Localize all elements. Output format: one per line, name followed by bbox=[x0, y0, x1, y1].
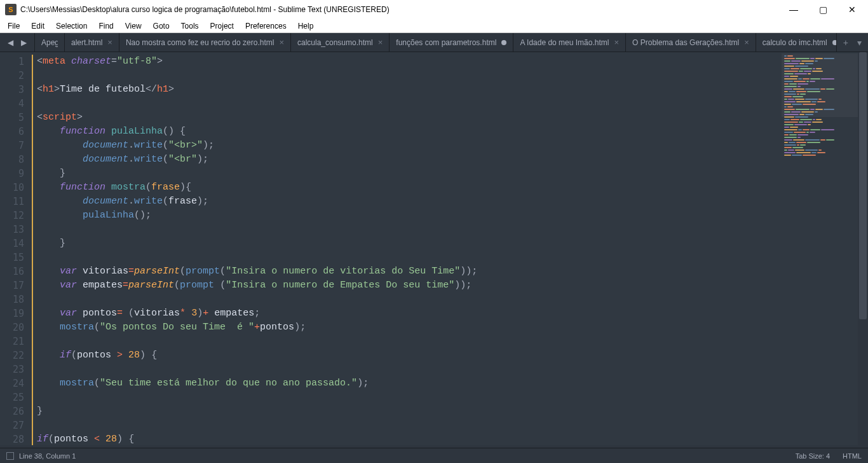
code-line[interactable]: mostra("Seu time está melhor do que no a… bbox=[32, 377, 782, 390]
code-line[interactable] bbox=[32, 363, 782, 377]
file-tab[interactable]: calcula_consumo.html× bbox=[291, 33, 390, 52]
code-line[interactable] bbox=[32, 251, 782, 265]
cursor-position[interactable]: Line 38, Column 1 bbox=[19, 452, 76, 460]
code-line[interactable]: pulaLinha(); bbox=[32, 209, 782, 223]
code-line[interactable]: if(pontos > 28) { bbox=[32, 349, 782, 363]
tab-label: A Idade do meu Imão.html bbox=[520, 38, 609, 47]
line-number: 17 bbox=[3, 279, 24, 293]
file-tab[interactable]: funções com parametros.html bbox=[390, 33, 513, 52]
line-number: 9 bbox=[3, 167, 24, 181]
menu-edit[interactable]: Edit bbox=[26, 20, 50, 32]
line-number: 13 bbox=[3, 223, 24, 237]
file-tab[interactable]: A Idade do meu Imão.html× bbox=[513, 33, 626, 52]
code-line[interactable]: function mostra(frase){ bbox=[32, 181, 782, 195]
window-titlebar: S C:\Users\Messias\Desktop\alura curso l… bbox=[0, 0, 868, 19]
scrollbar-thumb[interactable] bbox=[859, 52, 867, 319]
file-tab[interactable]: calculo do imc.html bbox=[756, 33, 836, 52]
code-line[interactable] bbox=[32, 335, 782, 349]
tab-close-icon[interactable]: × bbox=[614, 38, 619, 46]
menu-help[interactable]: Help bbox=[293, 20, 319, 32]
code-line[interactable] bbox=[32, 223, 782, 237]
line-number: 8 bbox=[3, 153, 24, 167]
tab-close-icon[interactable]: × bbox=[744, 38, 749, 46]
code-line[interactable]: } bbox=[32, 237, 782, 251]
code-line[interactable]: function pulaLinha() { bbox=[32, 125, 782, 139]
tab-close-icon[interactable]: × bbox=[279, 38, 284, 46]
tab-menu-button[interactable]: ▾ bbox=[855, 38, 864, 48]
menu-project[interactable]: Project bbox=[205, 20, 239, 32]
line-number: 19 bbox=[3, 307, 24, 321]
menu-view[interactable]: View bbox=[120, 20, 147, 32]
code-line[interactable]: document.write("<br>"); bbox=[32, 139, 782, 153]
code-line[interactable] bbox=[32, 390, 782, 404]
file-tab[interactable]: Apeg bbox=[35, 33, 65, 52]
line-number: 28 bbox=[3, 432, 24, 445]
window-controls: — ▢ ✕ bbox=[779, 0, 867, 19]
line-number: 22 bbox=[3, 349, 24, 363]
vertical-scrollbar[interactable] bbox=[858, 52, 868, 445]
tab-size-indicator[interactable]: Tab Size: 4 bbox=[796, 452, 830, 460]
new-tab-button[interactable]: + bbox=[841, 38, 851, 48]
menu-selection[interactable]: Selection bbox=[51, 20, 92, 32]
code-line[interactable] bbox=[32, 69, 782, 83]
close-button[interactable]: ✕ bbox=[837, 0, 867, 19]
line-number: 1 bbox=[3, 55, 24, 69]
line-number: 26 bbox=[3, 404, 24, 418]
dirty-indicator-icon bbox=[501, 40, 506, 45]
menu-goto[interactable]: Goto bbox=[148, 20, 175, 32]
line-number: 5 bbox=[3, 111, 24, 125]
line-number: 24 bbox=[3, 377, 24, 390]
statusbar-right: Tab Size: 4 HTML bbox=[796, 452, 862, 460]
menu-bar: FileEditSelectionFindViewGotoToolsProjec… bbox=[0, 19, 868, 33]
window-title: C:\Users\Messias\Desktop\alura curso log… bbox=[20, 5, 779, 14]
file-tab[interactable]: alert.html× bbox=[65, 33, 119, 52]
tab-label: Nao mostra como fez eu recrio do zero.ht… bbox=[126, 38, 274, 47]
tab-label: funções com parametros.html bbox=[396, 38, 496, 47]
syntax-indicator[interactable]: HTML bbox=[843, 452, 862, 460]
line-number: 15 bbox=[3, 251, 24, 265]
line-number: 11 bbox=[3, 195, 24, 209]
code-line[interactable] bbox=[32, 418, 782, 432]
line-number: 10 bbox=[3, 181, 24, 195]
code-line[interactable]: <h1>Time de futebol</h1> bbox=[32, 83, 782, 97]
code-line[interactable]: document.write("<br"); bbox=[32, 153, 782, 167]
editor-area: 1234567891011121314151617181920212223242… bbox=[0, 52, 868, 445]
status-bar: Line 38, Column 1 Tab Size: 4 HTML bbox=[0, 448, 868, 463]
menu-preferences[interactable]: Preferences bbox=[240, 20, 292, 32]
minimap-viewport[interactable] bbox=[782, 53, 858, 117]
tab-close-icon[interactable]: × bbox=[378, 38, 383, 46]
maximize-button[interactable]: ▢ bbox=[808, 0, 837, 19]
code-line[interactable]: } bbox=[32, 404, 782, 418]
code-line[interactable]: <script> bbox=[32, 111, 782, 125]
code-line[interactable]: if(pontos < 28) { bbox=[32, 432, 782, 445]
panel-switcher-icon[interactable] bbox=[6, 452, 14, 460]
menu-tools[interactable]: Tools bbox=[176, 20, 204, 32]
minimap[interactable] bbox=[782, 52, 858, 445]
line-number: 4 bbox=[3, 97, 24, 111]
code-line[interactable] bbox=[32, 293, 782, 307]
line-number: 16 bbox=[3, 265, 24, 279]
tab-label: Apeg bbox=[41, 38, 58, 47]
code-line[interactable]: var vitorias=parseInt(prompt("Insira o n… bbox=[32, 265, 782, 279]
nav-forward-icon[interactable]: ▶ bbox=[18, 36, 29, 50]
code-line[interactable]: mostra("Os pontos Do seu Time é "+pontos… bbox=[32, 321, 782, 335]
line-number-gutter: 1234567891011121314151617181920212223242… bbox=[0, 52, 31, 445]
menu-file[interactable]: File bbox=[3, 20, 25, 32]
menu-find[interactable]: Find bbox=[93, 20, 118, 32]
code-editor[interactable]: <meta charset="utf-8"> <h1>Time de futeb… bbox=[31, 52, 782, 445]
line-number: 20 bbox=[3, 321, 24, 335]
code-line[interactable]: var empates=parseInt(prompt ("Insira o n… bbox=[32, 279, 782, 293]
tab-label: O Problema das Gerações.html bbox=[632, 38, 739, 47]
file-tab[interactable]: Nao mostra como fez eu recrio do zero.ht… bbox=[119, 33, 291, 52]
line-number: 23 bbox=[3, 363, 24, 377]
minimize-button[interactable]: — bbox=[779, 0, 808, 19]
code-line[interactable] bbox=[32, 97, 782, 111]
tab-close-icon[interactable]: × bbox=[107, 38, 112, 46]
code-line[interactable]: document.write(frase); bbox=[32, 195, 782, 209]
code-line[interactable]: var pontos= (vitorias* 3)+ empates; bbox=[32, 307, 782, 321]
code-line[interactable]: } bbox=[32, 167, 782, 181]
file-tab[interactable]: O Problema das Gerações.html× bbox=[626, 33, 756, 52]
nav-back-icon[interactable]: ◀ bbox=[5, 36, 16, 50]
tab-extras: + ▾ bbox=[836, 33, 868, 52]
code-line[interactable]: <meta charset="utf-8"> bbox=[32, 55, 782, 69]
